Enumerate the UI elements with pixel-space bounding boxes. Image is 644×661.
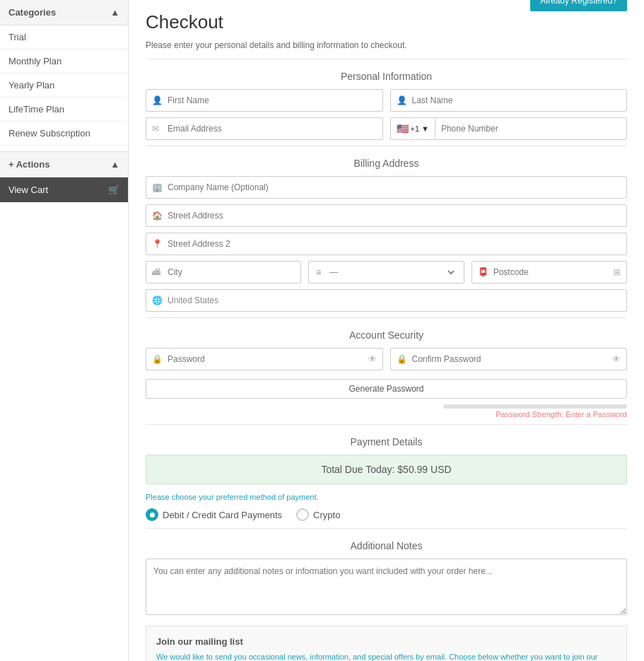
categories-header: Categories ▲ [0, 0, 128, 25]
sidebar: Categories ▲ Trial Monthly Plan Yearly P… [0, 0, 129, 661]
cart-icon: 🛒 [108, 185, 119, 195]
account-security-title: Account Security [146, 329, 627, 341]
street-icon: 🏠 [152, 211, 163, 221]
phone-flag-selector[interactable]: 🇺🇸 +1 ▼ [391, 119, 435, 139]
lock-icon: 🔒 [152, 354, 163, 364]
sidebar-item-lifetime[interactable]: LifeTime Plan [0, 98, 128, 122]
radio-unchecked-icon [296, 508, 309, 521]
company-input[interactable] [146, 176, 627, 199]
actions-header: + Actions ▲ [0, 151, 128, 177]
street2-group: 📍 [146, 233, 627, 255]
sidebar-item-renew[interactable]: Renew Subscription [0, 122, 128, 146]
mailing-title: Join our mailing list [156, 636, 616, 647]
company-group: 🏢 [146, 176, 627, 199]
first-name-input[interactable] [146, 89, 383, 112]
total-due-box: Total Due Today: $50.99 USD [146, 455, 627, 484]
state-group: ≡ — [308, 261, 464, 283]
city-state-row: 🏙 ≡ — 📮 ⊞ [146, 261, 627, 283]
first-name-group: 👤 [146, 89, 383, 112]
payment-note: Please choose your preferred method of p… [146, 493, 627, 501]
postcode-icon: 📮 [478, 267, 488, 277]
street-row: 🏠 [146, 204, 627, 227]
phone-code: +1 [411, 124, 420, 133]
street-group: 🏠 [146, 204, 627, 227]
last-name-input[interactable] [390, 89, 628, 112]
state-dropdown[interactable]: — [327, 267, 456, 278]
phone-group: 🇺🇸 +1 ▼ [390, 117, 628, 140]
confirm-password-input[interactable] [390, 348, 628, 370]
country-group: 🌐 [146, 289, 627, 312]
password-row: 🔒 👁 🔒 👁 [146, 348, 627, 370]
user-icon-2: 👤 [397, 95, 407, 105]
globe-icon: 🌐 [152, 296, 163, 305]
actions-collapse-icon[interactable]: ▲ [110, 159, 119, 170]
radio-checked-icon [146, 508, 158, 521]
contact-row: ✉ 🇺🇸 +1 ▼ [146, 117, 627, 140]
confirm-password-group: 🔒 👁 [390, 348, 628, 370]
postcode-group: 📮 ⊞ [472, 261, 627, 283]
sidebar-item-trial[interactable]: Trial [0, 25, 128, 49]
last-name-group: 👤 [390, 89, 628, 112]
password-toggle-icon[interactable]: 👁 [368, 354, 377, 364]
city-input[interactable] [146, 261, 301, 283]
email-group: ✉ [146, 117, 383, 140]
password-group: 🔒 👁 [146, 348, 383, 370]
state-select[interactable]: ≡ — [308, 261, 464, 283]
actions-label: + Actions [8, 159, 49, 170]
main-content: Already Registered? Checkout Please ente… [129, 0, 644, 661]
street-input[interactable] [146, 204, 627, 227]
payment-details-title: Payment Details [146, 436, 627, 448]
flag-emoji: 🇺🇸 [397, 123, 409, 134]
view-cart-button[interactable]: View Cart 🛒 [0, 177, 128, 202]
collapse-icon[interactable]: ▲ [110, 7, 119, 18]
payment-options: Debit / Credit Card Payments Crypto [146, 508, 627, 521]
payment-option-crypto[interactable]: Crypto [296, 508, 340, 521]
company-row: 🏢 [146, 176, 627, 199]
mailing-list-box: Join our mailing list We would like to s… [146, 626, 627, 661]
categories-label: Categories [8, 7, 56, 18]
payment-option-card[interactable]: Debit / Credit Card Payments [146, 508, 282, 521]
password-actions-row: Generate Password Password Strength: Ent… [146, 376, 627, 419]
building-icon: 🏢 [152, 182, 163, 192]
email-input[interactable] [146, 117, 383, 140]
generate-password-button[interactable]: Generate Password [146, 379, 627, 399]
confirm-password-toggle-icon[interactable]: 👁 [612, 354, 621, 364]
page-title: Checkout [146, 11, 627, 33]
phone-row: 🇺🇸 +1 ▼ [390, 117, 628, 140]
page-subtitle: Please enter your personal details and b… [146, 40, 627, 50]
dropdown-icon: ▼ [421, 124, 429, 133]
crypto-payment-label: Crypto [313, 510, 340, 520]
password-strength-text: Password Strength: Enter a Password [496, 410, 627, 419]
postcode-clear-icon[interactable]: ⊞ [614, 267, 621, 277]
phone-input[interactable] [435, 118, 626, 139]
view-cart-label: View Cart [8, 185, 48, 195]
postcode-input[interactable] [472, 261, 627, 283]
city-group: 🏙 [146, 261, 301, 283]
total-label: Total Due Today: [321, 464, 394, 475]
country-row: 🌐 [146, 289, 627, 312]
email-icon: ✉ [152, 124, 159, 134]
user-icon: 👤 [152, 95, 163, 105]
mailing-text: We would like to send you occasional new… [156, 651, 616, 661]
sidebar-item-monthly[interactable]: Monthly Plan [0, 49, 128, 74]
city-icon: 🏙 [152, 267, 160, 277]
name-row: 👤 👤 [146, 89, 627, 112]
street2-row: 📍 [146, 233, 627, 255]
password-strength-bar [443, 404, 627, 409]
additional-notes-title: Additional Notes [146, 540, 627, 551]
billing-address-title: Billing Address [146, 158, 627, 169]
password-input[interactable] [146, 348, 383, 370]
already-registered-button[interactable]: Already Registered? [530, 0, 627, 11]
street2-input[interactable] [146, 233, 627, 255]
sidebar-item-yearly[interactable]: Yearly Plan [0, 74, 128, 98]
additional-notes-textarea[interactable] [146, 558, 627, 615]
country-input[interactable] [146, 289, 627, 312]
card-payment-label: Debit / Credit Card Payments [163, 510, 282, 520]
pin-icon: 📍 [152, 239, 163, 249]
total-amount: $50.99 USD [397, 464, 451, 475]
filter-icon: ≡ [316, 267, 321, 277]
lock-icon-2: 🔒 [397, 354, 407, 364]
personal-info-title: Personal Information [146, 71, 627, 82]
